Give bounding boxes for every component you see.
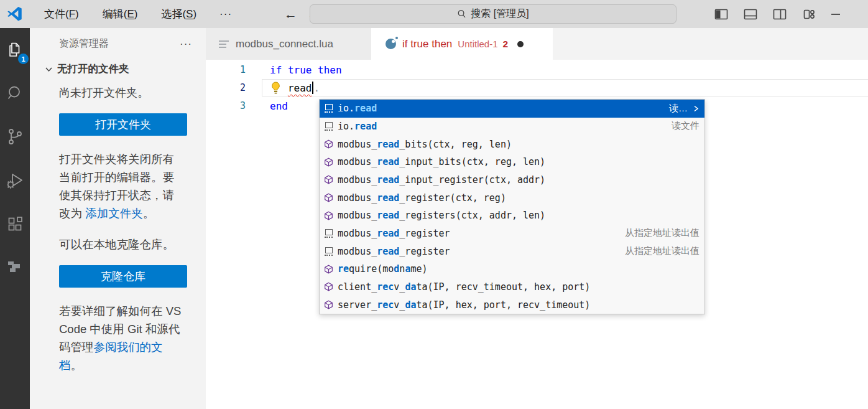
suggestion-item[interactable]: modbus_read_register 从指定地址读出值 [320, 242, 704, 260]
suggestion-label-segment: me) [410, 263, 427, 275]
tab-untitled-1[interactable]: if true then Untitled-1 2 [371, 28, 553, 60]
menu-file[interactable]: 文件(F) [32, 7, 91, 21]
line-number: 3 [206, 97, 246, 115]
code-token [282, 64, 288, 76]
suggestion-label: modbus_read_registers(ctx, addr, len) [338, 210, 545, 221]
sidebar-item-explorer[interactable]: 1 [0, 28, 30, 72]
lua-file-icon [386, 39, 396, 49]
file-lines-icon [219, 40, 229, 48]
line-code: end [270, 97, 288, 115]
line-code: if true then [270, 61, 342, 79]
suggestion-label-segment: v_ [394, 299, 405, 311]
suggestion-item[interactable]: require(modname) [320, 260, 704, 278]
vscode-logo-icon [7, 6, 22, 22]
sidebar-item-search[interactable] [0, 72, 30, 115]
sidebar-item-source-control[interactable] [0, 115, 30, 159]
suggestion-item[interactable]: io.read 读文件 [320, 118, 704, 136]
section-label: 无打开的文件夹 [57, 62, 129, 76]
activity-bar: 1 [0, 28, 30, 409]
clone-repository-button[interactable]: 克隆仓库 [59, 265, 187, 288]
suggestion-kind-icon [323, 175, 335, 184]
add-folder-link[interactable]: 添加文件夹 [85, 207, 143, 220]
suggestion-item[interactable]: modbus_read_bits(ctx, reg, len) [320, 135, 704, 153]
navigate-back-icon[interactable]: ← [284, 7, 297, 21]
suggestion-item[interactable]: modbus_read_registers(ctx, addr, len) [320, 207, 704, 225]
suggestion-label-segment: read [377, 246, 399, 257]
suggestion-label-segment: _register [399, 246, 450, 257]
extensions-icon [6, 215, 24, 233]
suggestion-label-segment: read [377, 228, 399, 239]
search-placeholder: 搜索 [管理员] [471, 7, 529, 21]
suggestion-label-segment: server_ [338, 299, 377, 311]
customize-layout-icon[interactable] [801, 7, 816, 21]
suggestion-label-segment: read [377, 192, 399, 204]
suggestion-label-segment: _register [399, 228, 450, 239]
chevron-down-icon [45, 65, 53, 73]
sidebar-more-actions-button[interactable]: ··· [180, 38, 192, 50]
suggestion-label-segment: read [377, 210, 399, 221]
explorer-badge: 1 [18, 54, 29, 64]
toggle-secondary-sidebar-icon[interactable] [772, 7, 787, 21]
suggestion-kind-icon [323, 122, 335, 131]
title-bar: 文件(F) 编辑(E) 选择(S) ··· ← → 搜索 [管理员] [0, 0, 868, 28]
tab-error-count-badge: 2 [503, 39, 509, 50]
menu-file-accesskey: F [69, 8, 75, 20]
suggestion-item[interactable]: modbus_read_input_register(ctx, addr) [320, 171, 704, 189]
toggle-primary-sidebar-icon[interactable] [714, 7, 729, 21]
tab-modbus-connect-lua[interactable]: modbus_connect.lua [206, 28, 371, 60]
no-folder-text: 尚未打开文件夹。 [59, 85, 188, 100]
sidebar-item-custom-extension[interactable] [0, 246, 30, 289]
editor-line[interactable]: 2 read. [206, 79, 868, 97]
section-no-folder-opened[interactable]: 无打开的文件夹 [30, 62, 206, 76]
git-docs-text: 若要详细了解如何在 VS Code 中使用 Git 和源代 码管理参阅我们的文 … [59, 302, 188, 374]
suggestion-label: modbus_read_input_bits(ctx, reg, len) [338, 156, 545, 167]
menu-overflow-button[interactable]: ··· [208, 8, 243, 21]
code-token: if [270, 64, 282, 76]
open-folder-button[interactable]: 打开文件夹 [59, 113, 187, 136]
sidebar-title: 资源管理器 [59, 37, 109, 50]
suggestion-label-segment: read [377, 156, 399, 167]
suggestion-kind-icon [323, 229, 335, 238]
suggestion-item[interactable]: io.read 读… [320, 100, 704, 118]
open-folder-hint-text: 打开文件夹将关闭所有 当前打开的编辑器。要 使其保持打开状态，请 改为 添加文件… [59, 150, 188, 222]
suggestion-item[interactable]: server_recv_data(IP, hex, port, recv_tim… [320, 296, 704, 314]
source-control-icon [6, 127, 24, 147]
suggestion-label: client_recv_data(IP, recv_timeout, hex, … [338, 281, 590, 293]
tab-label: if true then [402, 38, 452, 50]
suggestion-label-segment: read [354, 121, 377, 132]
suggestion-label-segment: io. [338, 121, 354, 132]
suggestion-label-segment: client_ [338, 281, 377, 293]
suggestion-detail: 读… [662, 103, 688, 115]
suggestion-label-segment: modbus_ [338, 192, 377, 204]
sidebar-item-run-debug[interactable] [0, 159, 30, 202]
suggestion-label: modbus_read_register(ctx, reg) [338, 192, 506, 204]
sidebar-item-extensions[interactable] [0, 202, 30, 246]
toggle-panel-icon[interactable] [743, 7, 758, 21]
command-center-search[interactable]: 搜索 [管理员] [310, 4, 676, 24]
suggestion-label-segment: read [354, 103, 377, 114]
suggestion-kind-icon [323, 104, 335, 113]
suggestion-item[interactable]: modbus_read_register(ctx, reg) [320, 189, 704, 207]
editor-line[interactable]: 1 if true then [206, 61, 868, 79]
suggestion-kind-icon [323, 193, 335, 202]
suggestion-label: modbus_read_register [338, 228, 450, 239]
menu-edit-accesskey: E [127, 8, 134, 20]
run-and-debug-icon [5, 171, 25, 190]
menu-file-text2: ) [75, 8, 79, 20]
dirty-indicator-icon[interactable] [517, 41, 524, 47]
suggestion-item[interactable]: modbus_read_register 从指定地址读出值 [320, 225, 704, 243]
read-more-chevron-icon[interactable] [692, 105, 699, 113]
suggestion-item[interactable]: modbus_read_input_bits(ctx, reg, len) [320, 153, 704, 171]
suggestion-label: modbus_read_input_register(ctx, addr) [338, 174, 545, 186]
suggestion-label-segment: read [377, 139, 399, 150]
custom-extension-icon [6, 260, 24, 276]
suggestion-item[interactable]: client_recv_data(IP, recv_timeout, hex, … [320, 278, 704, 296]
menu-file-text: 文件( [44, 8, 69, 20]
tab-bar: modbus_connect.lua if true then Untitled… [206, 28, 868, 60]
menu-selection-accesskey: S [186, 8, 193, 20]
minimize-window-icon[interactable] [831, 7, 841, 21]
code-token [312, 64, 318, 76]
menu-edit[interactable]: 编辑(E) [91, 7, 150, 21]
suggestion-label-segment: io. [338, 103, 354, 114]
menu-selection[interactable]: 选择(S) [149, 7, 208, 21]
